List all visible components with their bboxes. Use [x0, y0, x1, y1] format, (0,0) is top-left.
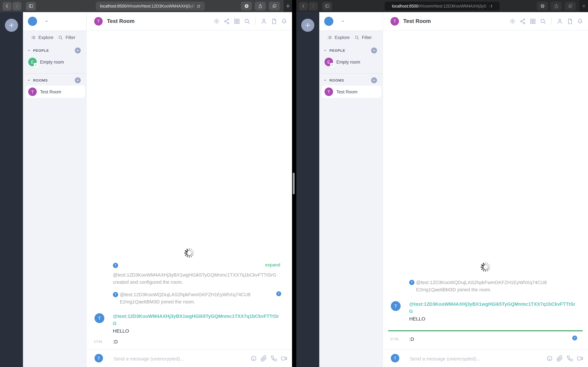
add-room-button[interactable] — [371, 77, 377, 83]
room-avatar[interactable]: T — [94, 17, 103, 25]
emoji-smiley-icon[interactable] — [546, 355, 553, 362]
members-person-icon[interactable] — [556, 18, 563, 25]
url-fade — [188, 2, 196, 10]
add-people-button[interactable] — [371, 48, 377, 53]
scrollbar-thumb[interactable] — [293, 173, 295, 194]
timestamp: 17:51 — [94, 340, 103, 343]
people-section-header[interactable]: PEOPLE — [27, 49, 83, 52]
back-button[interactable] — [3, 2, 11, 10]
downloads-button[interactable] — [241, 2, 252, 10]
reload-icon[interactable] — [197, 4, 200, 8]
plus-icon — [76, 49, 80, 52]
avatar-letter: T — [394, 303, 397, 309]
list-item-test-room[interactable]: T Test Room — [26, 85, 85, 98]
add-people-button[interactable] — [75, 48, 81, 53]
tab-overview-button[interactable] — [565, 2, 576, 10]
apps-grid-icon[interactable] — [530, 18, 536, 25]
notifications-bell-icon[interactable] — [281, 18, 287, 25]
explore-button[interactable]: Explore — [327, 35, 350, 40]
filter-search[interactable]: Filter — [58, 35, 76, 40]
plus-icon — [372, 78, 376, 82]
community-rail — [296, 12, 319, 367]
share-button[interactable] — [551, 2, 562, 10]
address-bar[interactable]: localhost:8500/#/room/#test:12D3KooWM4AX… — [385, 2, 500, 10]
new-tab-button[interactable] — [579, 0, 588, 12]
list-item-empty-room[interactable]: E Empty room — [26, 56, 85, 68]
attachment-paperclip-icon[interactable] — [556, 355, 563, 362]
new-tab-button[interactable] — [284, 0, 292, 12]
avatar-letter: T — [115, 264, 116, 267]
chevron-down-icon[interactable] — [341, 19, 345, 23]
room-name: Empty room — [40, 59, 64, 64]
read-receipt-avatar[interactable]: T — [572, 335, 577, 341]
apps-grid-icon[interactable] — [234, 18, 240, 25]
room-header: T Test Room — [383, 12, 588, 31]
sidebar-toggle-button[interactable] — [322, 2, 332, 10]
video-call-camera-icon[interactable] — [577, 355, 583, 362]
create-community-button[interactable] — [5, 19, 18, 32]
forward-button[interactable] — [12, 2, 21, 10]
sender-avatar[interactable]: T — [95, 313, 104, 323]
notifications-bell-icon[interactable] — [577, 18, 583, 25]
share-network-icon[interactable] — [224, 18, 230, 25]
sender-name[interactable]: @test:12D3KooWM4AXHj3yBX1wgHGik5TyGQMnmc… — [409, 300, 576, 315]
event-avatar[interactable]: T — [409, 280, 415, 285]
files-document-icon[interactable] — [271, 18, 277, 25]
user-avatar[interactable] — [324, 17, 333, 26]
event-avatar[interactable]: T — [113, 292, 118, 297]
read-receipt-avatar[interactable]: T — [276, 291, 281, 296]
explore-button[interactable]: Explore — [31, 35, 53, 40]
chevron-down-icon[interactable] — [45, 19, 49, 23]
members-person-icon[interactable] — [260, 18, 267, 25]
list-item-empty-room[interactable]: E Empty room — [322, 56, 381, 68]
voice-call-phone-icon[interactable] — [567, 355, 573, 362]
message-input[interactable] — [409, 350, 525, 367]
people-section-header[interactable]: PEOPLE — [323, 49, 379, 52]
header-divider — [551, 17, 552, 25]
message-input[interactable] — [113, 350, 229, 367]
explore-label: Explore — [38, 35, 53, 40]
address-bar[interactable]: localhost:8500/#/room/#test:12D3KooWM4AX… — [96, 2, 205, 10]
avatar-letter: E — [327, 59, 330, 64]
url-fade — [483, 2, 491, 10]
sidebar-divider — [23, 73, 86, 74]
message-timeline[interactable]: T @test:12D3KooWQDujLAS2hpkFwmGKFZH1EyWh… — [383, 31, 588, 350]
sender-avatar[interactable]: T — [391, 301, 401, 311]
forward-button[interactable] — [309, 2, 318, 10]
add-room-button[interactable] — [75, 77, 81, 83]
expand-link[interactable]: expand — [265, 262, 280, 267]
joiner-id[interactable]: @test:12D3KooWQDujLAS2hpkFwmGKFZH1EyWhXq… — [416, 279, 547, 286]
settings-gear-icon[interactable] — [509, 18, 516, 25]
sender-name[interactable]: @test:12D3KooWM4AXHj3yBX1wgHGik5TyGQMnmc… — [113, 313, 280, 327]
video-call-camera-icon[interactable] — [281, 355, 287, 362]
search-icon[interactable] — [244, 18, 250, 25]
window-gap — [292, 0, 296, 367]
downloads-button[interactable] — [537, 2, 548, 10]
rooms-section-header[interactable]: ROOMS — [27, 78, 83, 82]
user-avatar[interactable] — [28, 17, 37, 26]
share-button[interactable] — [255, 2, 266, 10]
attachment-paperclip-icon[interactable] — [260, 355, 267, 362]
share-icon — [554, 4, 559, 8]
tab-overview-button[interactable] — [269, 2, 280, 10]
sidebar-toggle-button[interactable] — [26, 2, 36, 10]
list-item-test-room[interactable]: T Test Room — [322, 85, 381, 98]
rooms-section-header[interactable]: ROOMS — [323, 78, 379, 82]
search-icon[interactable] — [540, 18, 546, 25]
share-network-icon[interactable] — [519, 18, 526, 25]
message-timeline[interactable]: T expand @test:12D3KooWM4AXHj3yBX1wgHGik… — [87, 31, 292, 350]
back-button[interactable] — [299, 2, 308, 10]
filter-search[interactable]: Filter — [354, 35, 372, 40]
joiner-id[interactable]: @test:12D3KooWQDujLAS2hpkFwmGKFZH1EyWhXq… — [120, 291, 251, 298]
settings-gear-icon[interactable] — [213, 18, 220, 25]
creator-id[interactable]: @test:12D3KooWM4AXHj3yBX1wgHGik5TyGQMnmc… — [113, 271, 280, 279]
room-avatar[interactable]: T — [390, 17, 399, 25]
create-community-button[interactable] — [301, 19, 314, 32]
avatar-letter: T — [98, 316, 101, 321]
emoji-smiley-icon[interactable] — [250, 355, 257, 362]
voice-call-phone-icon[interactable] — [271, 355, 277, 362]
files-document-icon[interactable] — [567, 18, 573, 25]
test-room-avatar: T — [325, 87, 333, 96]
message-text: HELLO — [409, 315, 576, 323]
event-avatar[interactable]: T — [113, 263, 118, 268]
